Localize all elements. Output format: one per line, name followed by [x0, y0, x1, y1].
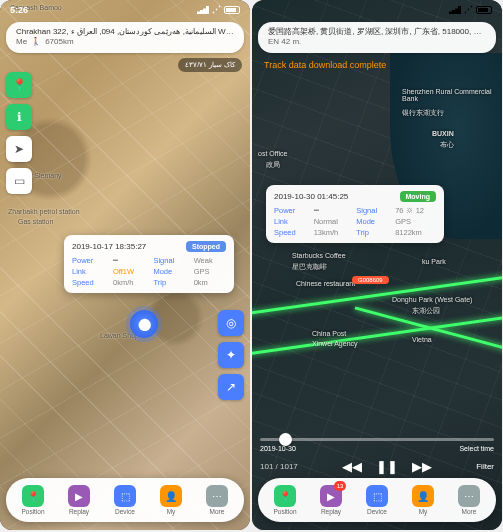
nav-position[interactable]: 📍Position [262, 485, 308, 515]
info-icon: ℹ [17, 110, 22, 124]
nav-my[interactable]: 👤My [148, 485, 194, 515]
power-label: Power [274, 206, 308, 215]
poi-label: ku Park [422, 258, 446, 265]
nav-more[interactable]: ⋯More [194, 485, 240, 515]
nav-label: Device [115, 508, 135, 515]
poi-label: Vietna [412, 336, 432, 343]
trip-value: 0km [194, 278, 226, 287]
timeline-select[interactable]: Select time [459, 445, 494, 452]
replay-icon: ▶13 [320, 485, 342, 507]
device-marker[interactable]: ⬤ [130, 310, 158, 338]
nav-label: Replay [321, 508, 341, 515]
card-timestamp: 2019-10-17 18:35:27 [72, 242, 146, 251]
status-icons: ⋰ [197, 5, 240, 15]
my-icon: 👤 [412, 485, 434, 507]
nav-label: More [210, 508, 225, 515]
poi-label: ost Office [258, 150, 287, 157]
status-badge: Stopped [186, 241, 226, 252]
pin-icon: 📍 [12, 78, 27, 92]
mode-label: Mode [356, 217, 389, 226]
status-bar: 5:26 ⋰ [0, 0, 250, 20]
poi-label: 政局 [266, 160, 280, 170]
layers-icon: ▭ [14, 174, 25, 188]
link-value: Off1W [113, 267, 147, 276]
locate-me-button[interactable]: ↗ [218, 374, 244, 400]
timeline-date: 2019-10-30 [260, 445, 296, 452]
center-button[interactable]: ◎ [218, 310, 244, 336]
route-badge: G008609 [352, 276, 389, 284]
left-side-buttons: 📍 ℹ ➤ ▭ [6, 72, 32, 194]
trip-label: Trip [153, 278, 187, 287]
battery-icon [224, 6, 240, 14]
nav-position[interactable]: 📍Position [10, 485, 56, 515]
device-icon: ⬚ [114, 485, 136, 507]
status-time: 5:26 [10, 5, 28, 15]
nav-more[interactable]: ⋯More [446, 485, 492, 515]
locate-button[interactable]: 📍 [6, 72, 32, 98]
me-label: Me [16, 37, 27, 47]
notification-badge: 13 [334, 481, 346, 491]
mode-value: GPS [395, 217, 436, 226]
nav-device[interactable]: ⬚Device [354, 485, 400, 515]
device-name-chip[interactable]: کاک سیار ٤٣٧/٧١ [178, 58, 242, 72]
layers-button[interactable]: ▭ [6, 168, 32, 194]
rewind-button[interactable]: ◀◀ [342, 459, 362, 474]
signal-value: 76 ⛭ 12 [395, 206, 436, 215]
car-icon: ⬤ [138, 317, 151, 331]
nav-replay[interactable]: ▶Replay [56, 485, 102, 515]
address-text: Chrakhan 322, السليمانية, هەرێمی کوردستا… [16, 27, 234, 37]
status-bar: ⋰ [252, 0, 502, 20]
speed-label: Speed [274, 228, 308, 237]
map-controls: ◎ ✦ ↗ [218, 310, 244, 400]
mode-value: GPS [194, 267, 226, 276]
battery-icon [476, 6, 492, 14]
wifi-icon: ⋰ [212, 5, 221, 15]
poi-label: 星巴克咖啡 [292, 262, 327, 272]
more-icon: ⋯ [206, 485, 228, 507]
poi-label: China Post [312, 330, 346, 337]
poi-label: Xinwei Agency [312, 340, 358, 347]
wifi-icon: ⋰ [464, 5, 473, 15]
nav-replay[interactable]: ▶13Replay [308, 485, 354, 515]
signal-label: Signal [153, 256, 187, 265]
speed-value: 13km/h [314, 228, 351, 237]
filter-button[interactable]: Filter [476, 462, 494, 471]
poi-label: Shenzhen Rural Commercial Bank [402, 88, 502, 102]
trip-value: 8122km [395, 228, 436, 237]
nav-my[interactable]: 👤My [400, 485, 446, 515]
nav-label: Replay [69, 508, 89, 515]
address-distance-row: Me 🚶 6705km [16, 37, 234, 47]
address-text: 爱国路高架桥, 黄贝街道, 罗湖区, 深圳市, 广东省, 518000, 中国 … [268, 27, 486, 37]
compass-icon: ✦ [226, 348, 236, 362]
phone-right: ⋰ 爱国路高架桥, 黄贝街道, 罗湖区, 深圳市, 广东省, 518000, 中… [252, 0, 502, 530]
forward-button[interactable]: ▶▶ [412, 459, 432, 474]
poi-label: Gas station [18, 218, 53, 225]
signal-icon [197, 6, 209, 14]
address-line2: EN 42 m. [268, 37, 486, 47]
address-pill[interactable]: Chrakhan 322, السليمانية, هەرێمی کوردستا… [6, 22, 244, 53]
speed-label: Speed [72, 278, 107, 287]
power-label: Power [72, 256, 107, 265]
timeline-slider[interactable]: 2019-10-30 Select time [260, 438, 494, 452]
slider-thumb[interactable] [279, 433, 292, 446]
compass-button[interactable]: ✦ [218, 342, 244, 368]
nav-device[interactable]: ⬚Device [102, 485, 148, 515]
nav-arrow-button[interactable]: ➤ [6, 136, 32, 162]
address-pill[interactable]: 爱国路高架桥, 黄贝街道, 罗湖区, 深圳市, 广东省, 518000, 中国 … [258, 22, 496, 53]
status-icons: ⋰ [449, 5, 492, 15]
pause-button[interactable]: ❚❚ [376, 459, 398, 474]
info-button[interactable]: ℹ [6, 104, 32, 130]
nav-label: Device [367, 508, 387, 515]
poi-label: Starbucks Coffee [292, 252, 346, 259]
arrow-icon: ➤ [14, 142, 24, 156]
my-icon: 👤 [160, 485, 182, 507]
device-info-card[interactable]: 2019-10-30 01:45:25 Moving Power━ Signal… [266, 185, 444, 243]
slider-track[interactable] [260, 438, 494, 441]
trip-label: Trip [356, 228, 389, 237]
device-info-card[interactable]: 2019-10-17 18:35:27 Stopped Power━ Signa… [64, 235, 234, 293]
walk-icon: 🚶 [31, 37, 41, 47]
position-icon: 📍 [274, 485, 296, 507]
speed-value: 0km/h [113, 278, 147, 287]
more-icon: ⋯ [458, 485, 480, 507]
status-badge: Moving [400, 191, 437, 202]
